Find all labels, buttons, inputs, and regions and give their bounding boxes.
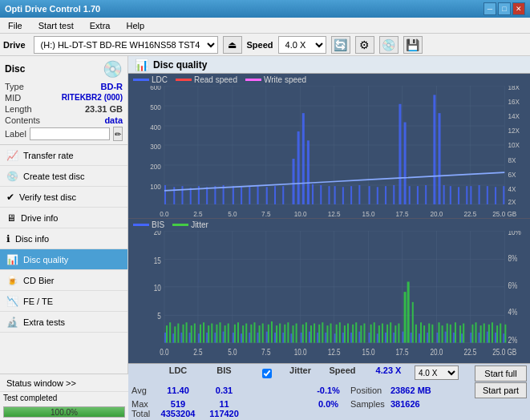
svg-rect-38 bbox=[257, 186, 259, 204]
max-bis: 11 bbox=[202, 399, 246, 409]
svg-text:18X: 18X bbox=[508, 86, 520, 91]
svg-rect-153 bbox=[182, 325, 184, 343]
menu-extra[interactable]: Extra bbox=[85, 19, 115, 32]
nav-fe-te[interactable]: 📉 FE / TE bbox=[0, 291, 127, 312]
svg-rect-56 bbox=[443, 185, 445, 204]
speed-select[interactable]: 4.0 X bbox=[278, 36, 326, 54]
nav-drive-info[interactable]: 🖥 Drive info bbox=[0, 208, 127, 228]
svg-rect-224 bbox=[488, 325, 490, 343]
svg-rect-180 bbox=[296, 324, 297, 343]
status-completed: Test completed bbox=[0, 392, 128, 404]
svg-rect-208 bbox=[415, 325, 417, 343]
svg-rect-57 bbox=[450, 186, 451, 204]
nav-disc-quality-label: Disc quality bbox=[23, 255, 68, 265]
svg-text:5.0: 5.0 bbox=[228, 209, 237, 218]
start-part-button[interactable]: Start part bbox=[475, 382, 527, 398]
status-window-label: Status window >> bbox=[6, 378, 76, 388]
svg-rect-197 bbox=[370, 325, 372, 343]
svg-rect-150 bbox=[169, 322, 171, 342]
svg-rect-113 bbox=[206, 333, 208, 343]
status-window-button[interactable]: Status window >> bbox=[0, 374, 128, 392]
legend-bis: BIS bbox=[133, 220, 164, 229]
svg-rect-21 bbox=[181, 186, 183, 204]
speed-header: Speed bbox=[322, 365, 362, 382]
svg-text:8X: 8X bbox=[508, 155, 516, 164]
bis-header: BIS bbox=[202, 365, 246, 382]
disc-icon-btn[interactable]: 💿 bbox=[379, 36, 399, 54]
svg-rect-170 bbox=[253, 322, 255, 342]
speed-select-stats[interactable]: 4.0 X bbox=[415, 365, 459, 380]
svg-rect-109 bbox=[172, 333, 174, 342]
disc-quality-title: Disc quality bbox=[153, 59, 207, 71]
svg-text:2.5: 2.5 bbox=[193, 209, 203, 218]
nav-transfer-rate-label: Transfer rate bbox=[23, 151, 74, 160]
svg-rect-223 bbox=[483, 324, 485, 343]
svg-text:25.0 GB: 25.0 GB bbox=[492, 348, 516, 357]
drive-select[interactable]: (H:) HL-DT-ST BD-RE WH16NS58 TST4 bbox=[34, 36, 218, 54]
eject-button[interactable]: ⏏ bbox=[223, 36, 242, 54]
svg-rect-207 bbox=[412, 302, 414, 343]
svg-rect-183 bbox=[310, 325, 312, 343]
jitter-checkbox[interactable] bbox=[262, 369, 272, 378]
svg-rect-63 bbox=[495, 187, 496, 204]
nav-cd-bier-label: CD Bier bbox=[23, 276, 55, 285]
svg-text:400: 400 bbox=[150, 123, 161, 131]
svg-rect-187 bbox=[326, 325, 328, 343]
svg-rect-179 bbox=[292, 325, 293, 343]
svg-rect-55 bbox=[425, 185, 427, 204]
refresh-button[interactable]: 🔄 bbox=[331, 36, 350, 54]
svg-rect-47 bbox=[350, 186, 352, 204]
svg-rect-165 bbox=[234, 325, 236, 343]
start-full-button[interactable]: Start full bbox=[475, 365, 527, 382]
disc-quality-icon: 📊 bbox=[6, 254, 18, 265]
nav-cd-bier[interactable]: 🍺 CD Bier bbox=[0, 270, 127, 291]
nav-extra-tests[interactable]: 🔬 Extra tests bbox=[0, 312, 127, 333]
close-button[interactable]: ✕ bbox=[512, 2, 525, 15]
svg-rect-145 bbox=[479, 333, 480, 343]
svg-rect-226 bbox=[496, 325, 498, 343]
label-edit-button[interactable]: ✏ bbox=[113, 127, 123, 141]
svg-rect-203 bbox=[394, 325, 396, 343]
svg-rect-151 bbox=[174, 326, 176, 342]
svg-rect-144 bbox=[470, 333, 471, 343]
nav-verify-test-disc[interactable]: ✔ Verify test disc bbox=[0, 187, 127, 208]
menu-bar: File Start test Extra Help bbox=[0, 18, 530, 34]
svg-rect-91 bbox=[128, 231, 530, 363]
minimize-button[interactable]: ─ bbox=[483, 2, 496, 15]
svg-rect-188 bbox=[330, 324, 332, 343]
menu-start-test[interactable]: Start test bbox=[34, 19, 79, 32]
nav-transfer-rate[interactable]: 📈 Transfer rate bbox=[0, 145, 127, 166]
svg-rect-200 bbox=[382, 324, 383, 343]
menu-file[interactable]: File bbox=[3, 19, 27, 32]
nav-verify-test-disc-label: Verify test disc bbox=[19, 192, 76, 202]
legend-jitter-label: Jitter bbox=[191, 220, 208, 229]
legend-jitter: Jitter bbox=[172, 220, 208, 229]
main-layout: Disc 💿 Type BD-R MID RITEKBR2 (000) Leng… bbox=[0, 56, 530, 420]
svg-rect-132 bbox=[369, 333, 370, 343]
svg-rect-52 bbox=[393, 185, 394, 204]
svg-rect-41 bbox=[282, 186, 284, 204]
svg-rect-199 bbox=[378, 325, 380, 343]
svg-rect-139 bbox=[427, 333, 428, 343]
menu-help[interactable]: Help bbox=[121, 19, 149, 32]
svg-text:12X: 12X bbox=[508, 127, 520, 135]
nav-disc-quality[interactable]: 📊 Disc quality bbox=[0, 249, 127, 270]
save-button[interactable]: 💾 bbox=[403, 36, 423, 54]
nav-fe-te-label: FE / TE bbox=[23, 297, 53, 306]
svg-rect-138 bbox=[419, 333, 420, 342]
settings-button[interactable]: ⚙ bbox=[355, 36, 374, 54]
svg-rect-194 bbox=[355, 322, 357, 342]
svg-text:16X: 16X bbox=[508, 97, 520, 106]
svg-text:15: 15 bbox=[154, 256, 161, 265]
nav-create-test-disc[interactable]: 💿 Create test disc bbox=[0, 166, 127, 187]
svg-text:4X: 4X bbox=[508, 185, 516, 194]
maximize-button[interactable]: □ bbox=[498, 2, 511, 15]
svg-rect-121 bbox=[274, 333, 276, 343]
svg-rect-36 bbox=[433, 95, 435, 204]
svg-rect-143 bbox=[461, 333, 463, 342]
label-input[interactable] bbox=[30, 127, 110, 140]
svg-rect-59 bbox=[466, 186, 467, 204]
svg-rect-51 bbox=[385, 186, 386, 204]
progress-bar: 100.0% bbox=[3, 406, 125, 418]
nav-disc-info[interactable]: ℹ Disc info bbox=[0, 228, 127, 249]
